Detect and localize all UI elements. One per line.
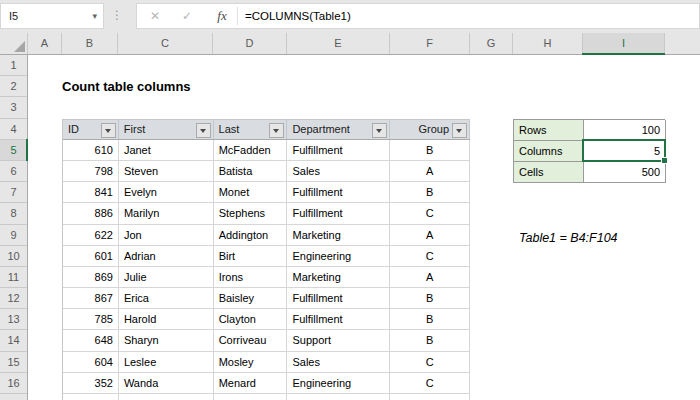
table-cell[interactable]: 698	[63, 394, 119, 400]
table-cell[interactable]: Engineering	[287, 246, 390, 267]
insert-function-icon[interactable]: fx	[209, 4, 235, 28]
table-cell[interactable]: Irons	[214, 267, 288, 288]
table-header-last[interactable]: Last	[214, 120, 288, 139]
table-cell[interactable]: Marketing	[287, 267, 390, 288]
table-cell[interactable]: Fulfillment	[287, 288, 390, 309]
table-cell[interactable]: Wanda	[119, 373, 214, 394]
row-header-7[interactable]: 7	[0, 182, 27, 203]
table-cell[interactable]: 622	[63, 225, 119, 246]
table-cell[interactable]: McFadden	[214, 140, 288, 161]
column-header-h[interactable]: H	[513, 33, 583, 54]
formula-input[interactable]: =COLUMNS(Table1)	[245, 4, 695, 28]
table-cell[interactable]: 785	[63, 309, 119, 330]
summary-label-cells[interactable]: Cells	[514, 162, 584, 183]
table-cell[interactable]: 610	[63, 140, 119, 161]
table-cell[interactable]: A	[390, 161, 470, 182]
name-box[interactable]: I5 ▾	[0, 3, 104, 29]
filter-button[interactable]	[269, 123, 284, 138]
table-cell[interactable]: B	[390, 140, 470, 161]
table-header-group[interactable]: Group	[390, 120, 470, 139]
table-cell[interactable]: 867	[63, 288, 119, 309]
table-cell[interactable]: Menard	[214, 373, 288, 394]
row-header-14[interactable]: 14	[0, 330, 27, 351]
column-header-d[interactable]: D	[213, 33, 287, 54]
column-header-a[interactable]: A	[28, 33, 62, 54]
table-cell[interactable]: Support	[287, 330, 390, 351]
table-cell[interactable]: Harold	[119, 309, 214, 330]
row-header-6[interactable]: 6	[0, 161, 27, 182]
sheet-title-cell[interactable]: Count table columns	[62, 76, 191, 97]
column-header-b[interactable]: B	[62, 33, 118, 54]
row-header-15[interactable]: 15	[0, 352, 27, 373]
table-cell[interactable]: Erica	[119, 288, 214, 309]
table-cell[interactable]: Batista	[214, 161, 288, 182]
filter-button[interactable]	[452, 123, 467, 138]
table-cell[interactable]: A	[390, 394, 470, 400]
table-cell[interactable]: Marketing	[287, 225, 390, 246]
table-cell[interactable]: Fulfillment	[287, 140, 390, 161]
name-box-dropdown-icon[interactable]: ▾	[92, 4, 97, 28]
table-cell[interactable]: C	[390, 373, 470, 394]
table-cell[interactable]: Birt	[214, 246, 288, 267]
row-header-3[interactable]: 3	[0, 97, 27, 118]
table-cell[interactable]: 798	[63, 161, 119, 182]
table-cell[interactable]: 648	[63, 330, 119, 351]
summary-value-rows[interactable]: 100	[584, 120, 666, 141]
table-cell[interactable]: Sharyn	[119, 330, 214, 351]
column-header-i[interactable]: I	[583, 33, 665, 54]
table-cell[interactable]: A	[390, 267, 470, 288]
table-cell[interactable]: Clayton	[214, 309, 288, 330]
table-cell[interactable]: Fulfillment	[287, 394, 390, 400]
table-cell[interactable]: Janet	[119, 140, 214, 161]
table-cell[interactable]: Baisley	[214, 288, 288, 309]
enter-icon[interactable]: ✓	[175, 4, 199, 28]
worksheet[interactable]: Count table columns IDFirstLastDepartmen…	[28, 55, 700, 400]
table-cell[interactable]: Evelyn	[119, 182, 214, 203]
filter-button[interactable]	[196, 123, 211, 138]
column-header-c[interactable]: C	[118, 33, 213, 54]
table-cell[interactable]: 841	[63, 182, 119, 203]
table-cell[interactable]: 869	[63, 267, 119, 288]
table-cell[interactable]: B	[390, 182, 470, 203]
table-cell[interactable]: B	[390, 330, 470, 351]
summary-label-rows[interactable]: Rows	[514, 120, 584, 141]
table-cell[interactable]: 604	[63, 352, 119, 373]
table-cell[interactable]: A	[390, 225, 470, 246]
table-range-note-cell[interactable]: Table1 = B4:F104	[519, 228, 618, 249]
row-header-1[interactable]: 1	[0, 55, 27, 76]
filter-button[interactable]	[101, 123, 116, 138]
table-cell[interactable]: Jon	[119, 225, 214, 246]
table-cell[interactable]: Leslee	[119, 352, 214, 373]
table-cell[interactable]: Engineering	[287, 373, 390, 394]
table-cell[interactable]: Robinson	[214, 394, 288, 400]
table-header-department[interactable]: Department	[287, 120, 390, 139]
table-cell[interactable]: Adrian	[119, 246, 214, 267]
table-cell[interactable]: B	[390, 288, 470, 309]
table-cell[interactable]: Fulfillment	[287, 182, 390, 203]
table-cell[interactable]: Corriveau	[214, 330, 288, 351]
row-header-2[interactable]: 2	[0, 76, 27, 97]
table-cell[interactable]: Julie	[119, 267, 214, 288]
table-cell[interactable]: Fulfillment	[287, 309, 390, 330]
summary-label-columns[interactable]: Columns	[514, 141, 584, 162]
row-header-16[interactable]: 16	[0, 373, 27, 394]
table-cell[interactable]: 601	[63, 246, 119, 267]
table-cell[interactable]: Mosley	[214, 352, 288, 373]
row-header-17[interactable]: 17	[0, 394, 27, 400]
summary-value-columns[interactable]: 5	[584, 141, 666, 162]
table-cell[interactable]: Fulfillment	[287, 203, 390, 224]
filter-button[interactable]	[372, 123, 387, 138]
table-cell[interactable]: Marilyn	[119, 203, 214, 224]
row-header-5[interactable]: 5	[0, 140, 27, 161]
table-cell[interactable]: Sales	[287, 352, 390, 373]
row-header-11[interactable]: 11	[0, 267, 27, 288]
column-header-e[interactable]: E	[287, 33, 390, 54]
table-cell[interactable]: Steven	[119, 161, 214, 182]
row-header-12[interactable]: 12	[0, 288, 27, 309]
table-header-first[interactable]: First	[119, 120, 214, 139]
column-header-f[interactable]: F	[390, 33, 470, 54]
table-cell[interactable]: 886	[63, 203, 119, 224]
table-cell[interactable]: B	[390, 309, 470, 330]
row-header-9[interactable]: 9	[0, 225, 27, 246]
select-all-button[interactable]	[0, 33, 28, 54]
